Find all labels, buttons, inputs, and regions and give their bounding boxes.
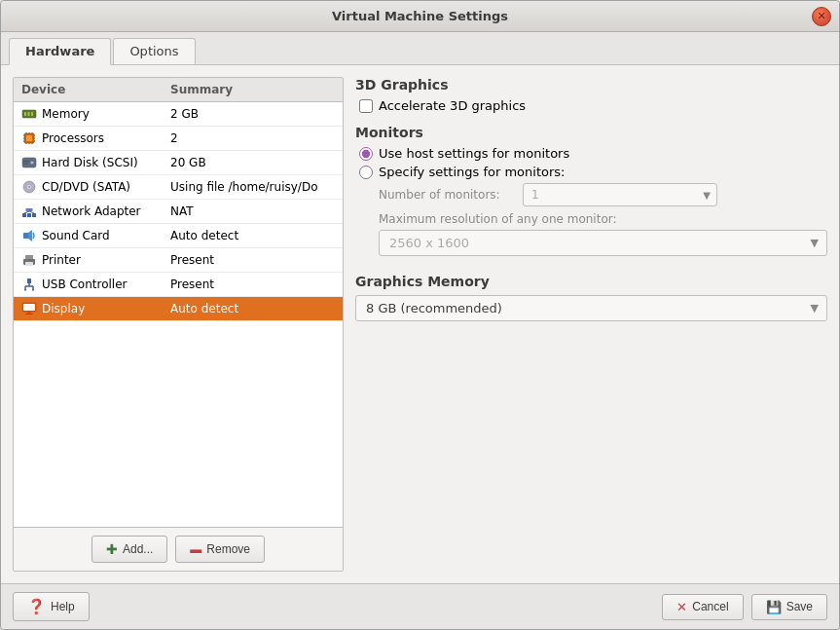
close-button[interactable]: ✕	[812, 7, 831, 26]
use-host-radio[interactable]	[359, 147, 373, 161]
svg-rect-35	[25, 255, 33, 259]
add-icon: ✚	[106, 541, 118, 557]
help-label: Help	[51, 600, 75, 613]
num-monitors-label: Number of monitors:	[379, 188, 515, 202]
bottom-right-buttons: ✕ Cancel 💾 Save	[662, 594, 827, 620]
summary-cell: Auto detect	[163, 224, 343, 248]
summary-cell: Present	[163, 273, 343, 297]
specify-settings-label: Specify settings for monitors:	[379, 165, 565, 179]
table-row[interactable]: Hard Disk (SCSI)20 GB	[14, 151, 343, 175]
svg-rect-28	[32, 213, 36, 217]
save-button[interactable]: 💾 Save	[751, 594, 827, 620]
device-cell: Hard Disk (SCSI)	[14, 151, 163, 175]
svg-line-31	[29, 211, 34, 213]
svg-rect-26	[22, 213, 26, 217]
add-label: Add...	[123, 542, 153, 556]
device-cell: USB Controller	[14, 273, 163, 297]
device-cell: Sound Card	[14, 224, 163, 248]
table-row[interactable]: Network AdapterNAT	[14, 200, 343, 224]
device-cell: Network Adapter	[14, 200, 163, 224]
cancel-icon: ✕	[676, 600, 687, 614]
svg-rect-37	[26, 261, 28, 262]
cd-dvd-icon	[21, 179, 37, 195]
summary-cell: 2 GB	[163, 102, 343, 127]
summary-cell: Using file /home/ruisy/Do	[163, 175, 343, 200]
save-label: Save	[786, 600, 813, 613]
svg-rect-2	[28, 112, 30, 116]
svg-point-20	[31, 162, 33, 164]
titlebar: Virtual Machine Settings ✕	[1, 1, 839, 32]
monitors-title: Monitors	[355, 125, 827, 140]
add-button[interactable]: ✚ Add...	[91, 536, 167, 563]
summary-cell: 20 GB	[163, 151, 343, 175]
svg-line-30	[24, 211, 29, 213]
sound-icon	[21, 228, 37, 243]
svg-point-25	[28, 186, 30, 188]
column-device: Device	[14, 78, 163, 102]
graphics-memory-arrow: ▼	[811, 302, 819, 315]
table-header: Device Summary	[14, 78, 343, 102]
svg-rect-21	[23, 161, 29, 162]
device-cell: Memory	[14, 102, 163, 127]
num-monitors-arrow: ▼	[703, 190, 711, 201]
help-button[interactable]: ❓ Help	[13, 592, 90, 621]
svg-rect-1	[24, 112, 26, 116]
network-icon	[21, 204, 37, 219]
accelerate-3d-label: Accelerate 3D graphics	[379, 98, 526, 113]
summary-cell: NAT	[163, 200, 343, 224]
table-row[interactable]: PrinterPresent	[14, 248, 343, 273]
device-cell: Printer	[14, 248, 163, 273]
resolution-value: 2560 x 1600	[389, 236, 469, 250]
table-row[interactable]: Memory2 GB	[14, 102, 343, 127]
accelerate-3d-checkbox[interactable]	[359, 99, 373, 113]
svg-rect-22	[23, 164, 28, 165]
3d-graphics-section: 3D Graphics Accelerate 3D graphics	[355, 77, 827, 113]
num-monitors-row: Number of monitors: 1 ▼	[355, 183, 827, 206]
svg-rect-36	[25, 262, 33, 266]
specify-settings-radio[interactable]	[359, 166, 373, 179]
resolution-section: Maximum resolution of any one monitor: 2…	[355, 212, 827, 256]
table-row[interactable]: Processors2	[14, 127, 343, 151]
summary-cell: Present	[163, 248, 343, 273]
use-host-row: Use host settings for monitors	[355, 146, 827, 161]
usb-icon	[21, 277, 37, 292]
resolution-arrow: ▼	[811, 237, 819, 249]
left-panel: Device Summary Memory2 GBProcessors2Hard…	[13, 77, 344, 572]
svg-rect-27	[27, 213, 31, 217]
table-row[interactable]: DisplayAuto detect	[14, 297, 343, 321]
display-icon	[21, 301, 37, 316]
cancel-button[interactable]: ✕ Cancel	[662, 594, 743, 620]
svg-rect-5	[26, 135, 32, 141]
bottom-bar: ❓ Help ✕ Cancel 💾 Save	[1, 583, 839, 629]
remove-label: Remove	[206, 542, 250, 556]
cancel-label: Cancel	[692, 600, 728, 613]
tab-hardware[interactable]: Hardware	[9, 38, 111, 65]
max-resolution-label: Maximum resolution of any one monitor:	[379, 212, 827, 226]
num-monitors-value: 1	[531, 188, 539, 202]
graphics-memory-title: Graphics Memory	[355, 274, 827, 289]
tab-options[interactable]: Options	[113, 38, 195, 64]
summary-cell: Auto detect	[163, 297, 343, 321]
svg-marker-33	[28, 230, 32, 241]
graphics-memory-dropdown[interactable]: 8 GB (recommended) ▼	[355, 295, 827, 321]
table-row[interactable]: CD/DVD (SATA)Using file /home/ruisy/Do	[14, 175, 343, 200]
graphics-memory-section: Graphics Memory 8 GB (recommended) ▼	[355, 274, 827, 321]
device-cell: Processors	[14, 127, 163, 151]
column-summary: Summary	[163, 78, 343, 102]
svg-rect-46	[23, 304, 35, 311]
device-cell: CD/DVD (SATA)	[14, 175, 163, 200]
3d-graphics-title: 3D Graphics	[355, 77, 827, 93]
num-monitors-dropdown[interactable]: 1 ▼	[523, 183, 717, 206]
device-table: Device Summary Memory2 GBProcessors2Hard…	[14, 78, 343, 527]
save-icon: 💾	[766, 600, 782, 614]
device-cell: Display	[14, 297, 163, 321]
window-title: Virtual Machine Settings	[332, 9, 508, 23]
table-row[interactable]: USB ControllerPresent	[14, 273, 343, 297]
processors-icon	[21, 130, 37, 146]
remove-button[interactable]: ▬ Remove	[175, 536, 265, 563]
table-row[interactable]: Sound CardAuto detect	[14, 224, 343, 248]
svg-rect-38	[27, 278, 31, 283]
resolution-dropdown[interactable]: 2560 x 1600 ▼	[379, 230, 827, 256]
svg-rect-44	[32, 289, 34, 291]
svg-rect-48	[25, 314, 33, 315]
